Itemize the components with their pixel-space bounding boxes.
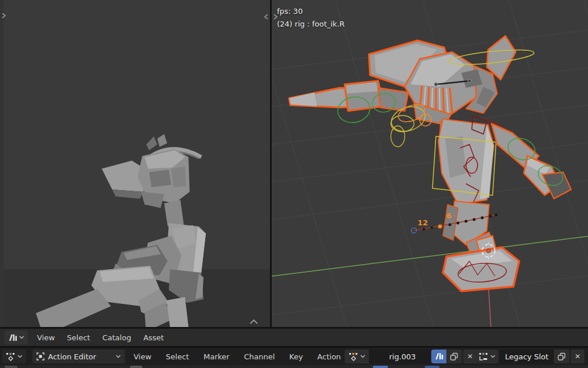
menu-action[interactable]: Action (316, 350, 342, 363)
menu-channel[interactable]: Channel (243, 350, 276, 363)
slot-name-field[interactable]: Legacy Slot (500, 350, 554, 363)
action-name-field[interactable]: rig.003 (369, 350, 430, 363)
region-toggle-right-icon[interactable] (272, 13, 278, 21)
sidebar-toggle-icon[interactable] (1, 12, 6, 20)
slot-selector-button[interactable] (475, 350, 498, 363)
editor-mode-dropdown[interactable]: Action Editor (32, 350, 125, 363)
action-slot-widget: Legacy Slot ✕ (475, 350, 585, 363)
unlink-slot-button[interactable]: ✕ (571, 350, 585, 363)
channel-fragment (130, 366, 142, 368)
menu-key[interactable]: Key (288, 350, 304, 363)
region-toggle-left-icon[interactable] (263, 13, 269, 21)
viewport-right-scene: 12 6 (272, 0, 588, 327)
chevron-down-icon (490, 355, 495, 358)
dope-sheet-header: Action Editor View Select Marker Channel… (0, 348, 588, 365)
viewport-right[interactable]: 12 6 fps: 30 (24) rig : foot_ik.R (272, 0, 588, 327)
dope-sheet-icon (6, 352, 16, 361)
action-editor-mode-icon (36, 352, 45, 360)
active-item-overlay: (24) rig : foot_ik.R (277, 18, 345, 31)
action-name: rig.003 (389, 352, 416, 361)
menu-view[interactable]: View (132, 350, 153, 363)
asset-browser-menus: View Select Catalog Asset (36, 329, 165, 346)
character-rig-right[interactable] (289, 36, 571, 291)
close-icon: ✕ (575, 353, 580, 360)
bottom-editors: View Select Catalog Asset (0, 327, 588, 368)
slot-name: Legacy Slot (505, 352, 548, 361)
dope-sheet-content-edge (0, 365, 588, 368)
action-asset-icon (435, 352, 443, 360)
action-datablock-widget: rig.003 ✕ (345, 350, 477, 363)
dope-sheet-menus: View Select Marker Channel Key Action (132, 348, 342, 365)
close-icon: ✕ (467, 353, 473, 360)
editor-mode-label: Action Editor (48, 352, 112, 361)
motion-path-current-frame-dot[interactable] (438, 225, 442, 229)
duplicate-icon (557, 352, 566, 361)
motion-path-frame-label: 12 (417, 218, 428, 227)
slot-selector-icon (479, 352, 489, 361)
browse-action-icon (349, 352, 358, 361)
channel-fragment (5, 366, 17, 368)
blender-window: 12 6 fps: 30 (24) rig : foot_ik.R (0, 0, 588, 368)
viewport-edge-shade (0, 0, 3, 327)
axis-y-green (272, 236, 588, 276)
menu-view[interactable]: View (36, 331, 56, 344)
selected-key-fragment (425, 366, 439, 368)
menu-catalog[interactable]: Catalog (101, 331, 132, 344)
menu-select[interactable]: Select (165, 350, 190, 363)
viewport-left[interactable] (0, 0, 270, 327)
duplicate-action-button[interactable] (446, 350, 462, 363)
chevron-down-icon (360, 355, 365, 358)
footer-collapse-icon[interactable] (249, 318, 259, 325)
asset-browser-icon (8, 333, 17, 342)
chevron-down-icon (17, 355, 23, 358)
editor-type-selector-asset-browser[interactable] (5, 330, 28, 344)
chevron-down-icon (19, 336, 24, 339)
duplicate-icon (450, 352, 458, 361)
selected-key-fragment (373, 366, 388, 368)
fps-overlay: fps: 30 (277, 5, 303, 18)
editor-type-selector-dope-sheet[interactable] (2, 350, 26, 363)
asset-browser-header: View Select Catalog Asset (0, 329, 588, 346)
menu-asset[interactable]: Asset (142, 331, 165, 344)
chevron-down-icon (116, 355, 121, 358)
duplicate-slot-button[interactable] (554, 350, 569, 363)
viewport-left-scene (0, 0, 270, 327)
menu-select[interactable]: Select (66, 331, 91, 344)
action-asset-toggle-button[interactable] (431, 350, 446, 363)
menu-marker[interactable]: Marker (202, 350, 231, 363)
motion-path-frame-label: 6 (446, 211, 452, 220)
browse-action-button[interactable] (345, 350, 369, 363)
